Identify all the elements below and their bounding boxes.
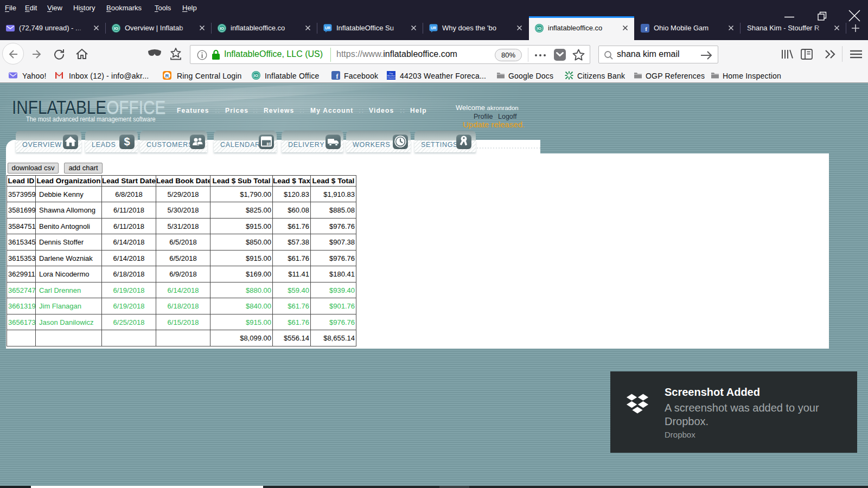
svg-text:IO: IO (254, 73, 258, 78)
svg-text:R: R (165, 73, 169, 79)
svg-text:IO: IO (220, 26, 224, 31)
svg-text:UR: UR (431, 26, 436, 30)
svg-text:Channel: Channel (387, 77, 395, 79)
svg-text:IO: IO (537, 26, 541, 31)
svg-text:IO: IO (114, 26, 118, 31)
svg-text:$: $ (124, 136, 130, 147)
svg-text:UR: UR (325, 26, 330, 30)
svg-text:f: f (645, 25, 647, 32)
svg-text:3: 3 (267, 142, 270, 146)
